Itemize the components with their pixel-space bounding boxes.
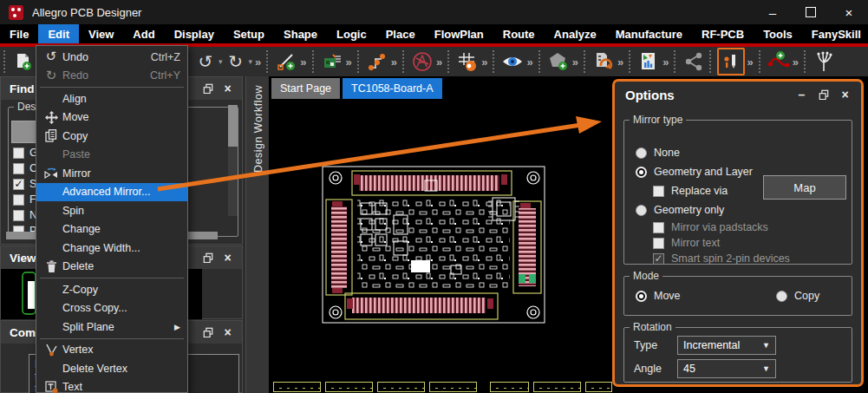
overflow-chevron[interactable]: » — [346, 56, 352, 69]
checkbox-replace-via[interactable] — [653, 186, 664, 197]
checkbox-row-replace-via[interactable]: Replace via — [653, 185, 728, 197]
menu-logic[interactable]: Logic — [327, 24, 376, 43]
menu-rf-pcb[interactable]: RF-PCB — [692, 24, 754, 43]
menu-tools[interactable]: Tools — [754, 24, 802, 43]
overflow-chevron[interactable]: » — [300, 56, 306, 69]
menu-route[interactable]: Route — [493, 24, 545, 43]
map-button[interactable]: Map — [763, 175, 846, 200]
menu-item-spin[interactable]: Spin — [36, 201, 187, 220]
checkbox-mirror-via-padstacks[interactable] — [653, 222, 664, 233]
menu-manufacture[interactable]: Manufacture — [606, 24, 692, 43]
overflow-chevron[interactable]: » — [662, 56, 669, 69]
rotation-type-dropdown[interactable]: Incremental ▼ — [677, 336, 776, 355]
new-document-button[interactable] — [11, 49, 36, 74]
menu-item-redo[interactable]: ↻ RedoCtrl+Y — [36, 67, 187, 86]
tab-start-page[interactable]: Start Page — [271, 78, 340, 99]
menu-item-text[interactable]: Text — [36, 378, 187, 393]
close-panel-icon[interactable]: × — [222, 327, 233, 338]
menu-edit[interactable]: Edit — [38, 24, 79, 43]
filter-checkbox[interactable] — [13, 163, 24, 174]
grid-toggle-button[interactable] — [455, 49, 480, 74]
overflow-chevron[interactable]: » — [436, 56, 442, 69]
undo-button[interactable]: ↺ — [193, 49, 218, 74]
radio-row-move[interactable]: Move — [636, 290, 681, 302]
add-shape-button[interactable] — [546, 49, 571, 74]
menu-item-vertex[interactable]: Vertex — [36, 341, 187, 360]
visibility-eye-button[interactable] — [500, 49, 525, 74]
minimize-button[interactable]: – — [754, 0, 792, 24]
menu-fanyskill[interactable]: FanySkill — [802, 24, 868, 43]
radio-row-none[interactable]: None — [636, 147, 680, 159]
close-panel-icon[interactable]: × — [222, 83, 233, 95]
overflow-chevron[interactable]: » — [572, 56, 578, 69]
tab-board-design[interactable]: TC1058-Board-A — [343, 78, 442, 99]
overflow-chevron[interactable]: » — [526, 56, 532, 69]
float-panel-icon[interactable] — [202, 327, 213, 338]
rotation-angle-dropdown[interactable]: 45 ▼ — [677, 359, 776, 378]
menu-item-move[interactable]: Move — [36, 108, 187, 128]
find-vertical-scrollbar[interactable] — [228, 105, 238, 216]
close-button[interactable]: × — [830, 0, 868, 24]
radio-row-copy[interactable]: Copy — [776, 290, 819, 302]
reports-button[interactable] — [636, 49, 661, 74]
undo-dropdown[interactable]: ▾ — [219, 57, 223, 66]
overflow-chevron[interactable]: » — [391, 56, 397, 69]
overflow-chevron[interactable]: » — [747, 56, 753, 69]
menu-item-delete[interactable]: Delete — [36, 258, 187, 277]
filter-checkbox[interactable] — [13, 147, 24, 159]
maximize-button[interactable] — [792, 0, 830, 24]
menu-item-split-plane[interactable]: Split Plane ▶ — [36, 318, 187, 337]
menu-item-z-copy[interactable]: Z-Copy — [36, 280, 187, 299]
add-connection-button[interactable] — [767, 49, 791, 74]
design-workflow-strip[interactable]: Design Workflow — [245, 76, 270, 393]
radio-geometry-only[interactable] — [636, 205, 647, 216]
menu-item-paste[interactable]: Paste — [36, 146, 187, 165]
menu-file[interactable]: File — [0, 24, 38, 43]
checkbox-mirror-text[interactable] — [653, 238, 664, 249]
checkbox-row-smart-spin[interactable]: ✓ Smart spin 2-pin devices — [653, 252, 790, 265]
menu-item-change-width[interactable]: Change Width... — [36, 239, 187, 258]
menu-display[interactable]: Display — [165, 24, 224, 43]
overflow-chevron[interactable]: » — [793, 56, 799, 69]
tool-options-button[interactable] — [717, 48, 745, 75]
route-path-button[interactable] — [365, 49, 389, 74]
radio-row-geometry-only[interactable]: Geometry only — [636, 204, 724, 216]
menu-item-advanced-mirror[interactable]: Advanced Mirror... — [36, 183, 187, 202]
redo-dropdown[interactable]: ▾ — [249, 57, 253, 66]
radio-copy[interactable] — [776, 291, 787, 302]
checkbox-row-mirror-text[interactable]: Mirror text — [653, 237, 720, 249]
radio-row-geometry-and-layer[interactable]: Geometry and Layer — [636, 166, 753, 178]
menu-item-copy[interactable]: Copy — [36, 127, 187, 146]
float-panel-icon[interactable] — [202, 252, 213, 264]
overflow-chevron[interactable]: » — [481, 56, 487, 69]
add-line-button[interactable] — [274, 49, 298, 74]
overflow-chevron[interactable]: » — [255, 56, 261, 69]
menu-item-cross-copy[interactable]: Cross Copy... — [36, 299, 187, 318]
menu-analyze[interactable]: Analyze — [545, 24, 606, 43]
minimize-panel-icon[interactable]: – — [796, 89, 807, 101]
radio-none[interactable] — [636, 147, 647, 159]
menu-view[interactable]: View — [79, 24, 123, 43]
share-nodes-button[interactable] — [682, 49, 706, 74]
menu-item-change[interactable]: Change — [36, 220, 187, 239]
checkbox-row-mirror-via-padstacks[interactable]: Mirror via padstacks — [653, 221, 768, 233]
menu-item-mirror[interactable]: Mirror — [36, 164, 187, 183]
menu-shape[interactable]: Shape — [274, 24, 327, 43]
filter-checkbox[interactable] — [13, 210, 24, 221]
toolbar-handle[interactable] — [3, 50, 8, 73]
rats-nest-button[interactable] — [812, 49, 836, 74]
float-panel-icon[interactable] — [202, 83, 213, 95]
net-analyze-button[interactable] — [410, 49, 434, 74]
document-refresh-button[interactable] — [591, 49, 616, 74]
close-panel-icon[interactable]: × — [222, 252, 233, 264]
float-panel-icon[interactable] — [818, 89, 829, 101]
menu-flowplan[interactable]: FlowPlan — [425, 24, 493, 43]
place-module-button[interactable] — [320, 49, 344, 74]
checkbox-smart-spin[interactable]: ✓ — [653, 253, 664, 265]
menu-place[interactable]: Place — [376, 24, 425, 43]
menu-add[interactable]: Add — [123, 24, 164, 43]
radio-move[interactable] — [636, 291, 647, 302]
menu-item-undo[interactable]: ↺ UndoCtrl+Z — [36, 48, 187, 67]
radio-geometry-and-layer[interactable] — [636, 167, 647, 178]
overflow-chevron[interactable]: » — [617, 56, 623, 69]
